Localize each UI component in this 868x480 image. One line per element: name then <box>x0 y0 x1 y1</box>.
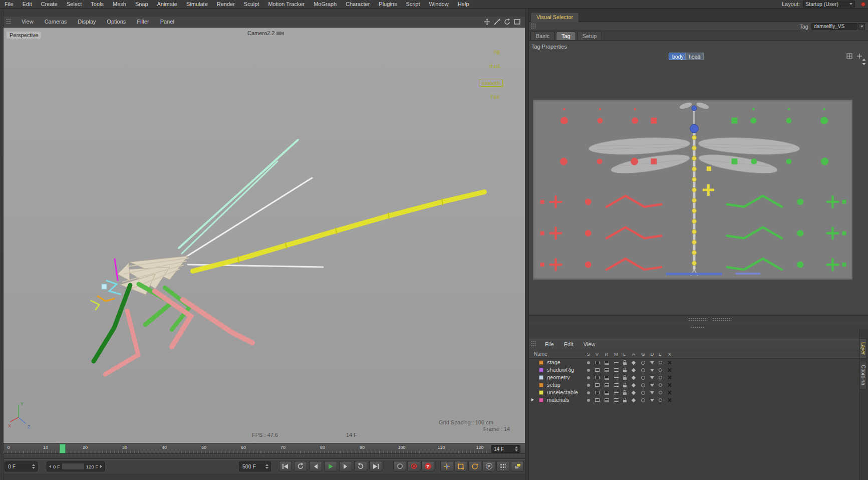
column-header-g[interactable]: G <box>640 351 647 357</box>
menu-simulate[interactable]: Simulate <box>182 0 212 8</box>
lock-toggle[interactable] <box>621 374 628 381</box>
column-header-l[interactable]: L <box>621 351 628 357</box>
solo-toggle[interactable] <box>585 381 592 389</box>
layer-color-chip[interactable] <box>539 383 543 387</box>
autokey-button[interactable] <box>407 461 420 471</box>
generators-toggle[interactable] <box>640 366 647 374</box>
animation-toggle[interactable] <box>630 359 637 366</box>
render-toggle[interactable] <box>603 359 610 366</box>
view-toggle[interactable] <box>594 381 601 389</box>
start-frame-spinner[interactable] <box>32 464 35 469</box>
end-frame-field[interactable]: 500 F <box>239 461 271 471</box>
deformers-toggle[interactable] <box>649 374 656 381</box>
column-header-d[interactable]: D <box>649 351 656 357</box>
timeline-scrollbar[interactable] <box>4 454 525 459</box>
deformers-toggle[interactable] <box>649 396 656 404</box>
expressions-toggle[interactable] <box>657 366 664 374</box>
menu-mograph[interactable]: MoGraph <box>309 0 341 8</box>
menu-tools[interactable]: Tools <box>86 0 108 8</box>
column-header-e[interactable]: E <box>657 351 664 357</box>
column-header-v[interactable]: V <box>594 351 601 357</box>
lock-toggle[interactable] <box>621 389 628 396</box>
layer-row-shadowrig[interactable]: shadowRig <box>529 366 859 374</box>
expressions-toggle[interactable] <box>657 359 664 366</box>
current-frame-field[interactable]: 14 F <box>491 445 520 453</box>
xref-toggle[interactable] <box>666 396 673 404</box>
layer-name[interactable]: stage <box>547 359 560 366</box>
deformers-toggle[interactable] <box>649 366 656 374</box>
menu-help[interactable]: Help <box>453 0 474 8</box>
expand-arrow-icon[interactable] <box>531 398 534 401</box>
timeline-ruler[interactable]: 0 10 20 30 40 50 60 70 80 90 100 110 120… <box>4 443 525 454</box>
managers-toggle[interactable] <box>613 389 620 396</box>
horizontal-splitter[interactable] <box>529 315 868 323</box>
render-toggle[interactable] <box>603 396 610 404</box>
animation-toggle[interactable] <box>630 389 637 396</box>
tab-setup[interactable]: Setup <box>577 32 603 40</box>
vertical-splitter[interactable] <box>525 9 529 480</box>
layer-row-stage[interactable]: stage <box>529 359 859 366</box>
record-rotation-toggle[interactable] <box>468 461 481 471</box>
head-button[interactable]: head <box>685 53 704 60</box>
visual-selector-canvas[interactable] <box>533 100 852 280</box>
hud-rig[interactable]: rig <box>494 49 500 55</box>
tag-dropdown[interactable]: damselfly_VS <box>811 23 857 30</box>
layer-row-materials[interactable]: materials <box>529 396 859 404</box>
menu-mesh[interactable]: Mesh <box>108 0 131 8</box>
lb-menu-view[interactable]: View <box>578 339 601 349</box>
name-column-header[interactable]: Name <box>534 351 547 357</box>
tab-layer[interactable]: Layer <box>860 338 867 359</box>
animation-toggle[interactable] <box>630 374 637 381</box>
layer-color-chip[interactable] <box>539 390 543 395</box>
menu-edit[interactable]: Edit <box>18 0 37 8</box>
viewport-menu-filter[interactable]: Filter <box>131 17 154 27</box>
tag-row-grip[interactable] <box>531 23 536 30</box>
generators-toggle[interactable] <box>640 359 647 366</box>
deformers-toggle[interactable] <box>649 389 656 396</box>
record-button[interactable] <box>393 461 406 471</box>
managers-toggle[interactable] <box>613 366 620 374</box>
menu-plugins[interactable]: Plugins <box>374 0 401 8</box>
timeline-layers-button[interactable] <box>511 461 524 471</box>
expressions-toggle[interactable] <box>657 374 664 381</box>
splitter-grip[interactable] <box>712 318 731 321</box>
next-frame-button[interactable] <box>339 461 352 471</box>
menu-character[interactable]: Character <box>341 0 374 8</box>
column-header-a[interactable]: A <box>630 351 637 357</box>
layer-name[interactable]: setup <box>547 381 560 389</box>
layer-color-chip[interactable] <box>539 368 543 372</box>
generators-toggle[interactable] <box>640 381 647 389</box>
lock-toggle[interactable] <box>621 359 628 366</box>
hud-dust[interactable]: dust <box>489 63 500 69</box>
lock-toggle[interactable] <box>621 381 628 389</box>
view-toggle[interactable] <box>594 396 601 404</box>
view-toggle[interactable] <box>594 374 601 381</box>
toolbar-grip[interactable] <box>6 19 11 25</box>
tab-basic[interactable]: Basic <box>530 32 555 40</box>
hud-smooth[interactable]: smooth <box>479 80 503 87</box>
current-frame-marker[interactable] <box>60 444 66 453</box>
layer-name[interactable]: unselectable <box>547 389 578 396</box>
column-header-s[interactable]: S <box>585 351 592 357</box>
menu-render[interactable]: Render <box>212 0 239 8</box>
prev-frame-button[interactable] <box>309 461 322 471</box>
solo-toggle[interactable] <box>585 359 592 366</box>
render-toggle[interactable] <box>603 389 610 396</box>
solo-toggle[interactable] <box>585 389 592 396</box>
pan-view-button[interactable] <box>483 18 491 26</box>
lock-toggle[interactable] <box>621 366 628 374</box>
tab-coordinates[interactable]: Coordina <box>860 361 867 389</box>
goto-end-button[interactable] <box>369 461 382 471</box>
layer-row-setup[interactable]: setup <box>529 381 859 389</box>
generators-toggle[interactable] <box>640 396 647 404</box>
record-scale-toggle[interactable] <box>454 461 467 471</box>
managers-toggle[interactable] <box>613 374 620 381</box>
goto-start-button[interactable] <box>279 461 292 471</box>
layer-row-unselectable[interactable]: unselectable <box>529 389 859 396</box>
viewport-menu-display[interactable]: Display <box>72 17 101 27</box>
range-slider-track[interactable] <box>62 463 84 469</box>
expressions-toggle[interactable] <box>657 381 664 389</box>
column-header-m[interactable]: M <box>613 351 620 357</box>
tag-dropdown-arrow[interactable] <box>858 23 865 30</box>
layout-dropdown[interactable]: Startup (User) <box>803 1 855 8</box>
